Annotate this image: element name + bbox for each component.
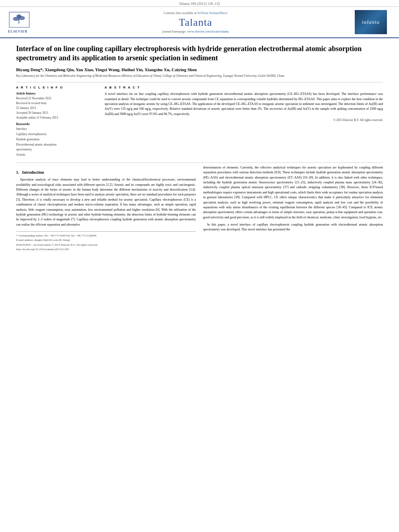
article-dates: Received 23 November 2012 Received in re…: [16, 96, 97, 120]
svg-point-4: [16, 14, 21, 18]
footnote-email: E-mail address: dengby16@163.com (B. Den…: [16, 238, 196, 242]
intro-paragraph-1: Speciation analysis of trace elements ma…: [16, 177, 196, 227]
received-date: Received 23 November 2012: [16, 96, 97, 101]
sciverse-line: Contents lists available at SciVerse Sci…: [36, 11, 355, 15]
journal-header: ELSEVIER Contents lists available at Sci…: [0, 7, 399, 38]
abstract-text: A novel interface for on line coupling c…: [105, 92, 383, 117]
footnotes: * Corresponding author. Tel.: +86 773 58…: [16, 231, 196, 252]
article-title: Interface of on line coupling capillary …: [16, 44, 383, 63]
keyword-4: Electrothermal atomic absorption: [16, 142, 97, 148]
keyword-1: Interface: [16, 127, 97, 132]
journal-header-center: Contents lists available at SciVerse Sci…: [36, 11, 355, 33]
available-date: Available online 21 February 2013: [16, 115, 97, 120]
footnote-corresponding: * Corresponding author. Tel.: +86 773 58…: [16, 234, 196, 238]
sciverse-link[interactable]: SciVerse ScienceDirect: [197, 11, 228, 15]
keywords-list: Interface Capillary electrophoresis Hydr…: [16, 127, 97, 158]
keyword-5: Arsenic: [16, 152, 97, 158]
article-content: Interface of on line coupling capillary …: [0, 38, 399, 256]
keyword-2: Capillary electrophoresis: [16, 132, 97, 137]
left-column: 1. Introduction Speciation analysis of t…: [16, 165, 196, 252]
elsevier-logo-area: ELSEVIER: [8, 11, 36, 33]
abstract-section: A B S T R A C T A novel interface for on…: [105, 86, 383, 158]
info-abstract-section: A R T I C L E I N F O Article history: R…: [16, 86, 383, 158]
keyword-4b: spectrometry: [16, 147, 97, 152]
revised-date: 25 January 2013: [16, 106, 97, 111]
homepage-label: journal homepage:: [162, 30, 186, 33]
talanta-logo: talanta: [355, 10, 387, 34]
abstract-label: A B S T R A C T: [105, 86, 383, 89]
right-paragraph-2: In this paper, a novel interface of capi…: [203, 222, 383, 232]
elsevier-wordmark: ELSEVIER: [8, 30, 27, 33]
divider-2: [16, 162, 383, 163]
contents-available-text: Contents lists available at: [164, 11, 197, 15]
keyword-3: Hydride generation: [16, 137, 97, 142]
affiliation: Key Laboratory for the Chemistry and Mol…: [16, 74, 383, 78]
footnote-doi: http://dx.doi.org/10.1016/j.talanta.2013…: [16, 247, 196, 252]
article-info: A R T I C L E I N F O Article history: R…: [16, 86, 97, 158]
footnote-issn: 0039-9140/$ – see front matter © 2013 El…: [16, 243, 196, 247]
homepage-url[interactable]: www.elsevier.com/locate/talanta: [187, 30, 229, 33]
journal-title: Talanta: [36, 16, 355, 29]
authors: Biyang Deng*, Xiangdong Qin, Yan Xiao, Y…: [16, 67, 383, 72]
article-info-label: A R T I C L E I N F O: [16, 86, 97, 89]
introduction-title: 1. Introduction: [16, 169, 196, 176]
keywords-label: Keywords:: [16, 122, 97, 126]
right-column: determination of elements. Currently, th…: [203, 165, 383, 252]
journal-citation-bar: Talanta 109 (2013) 128–132: [0, 0, 399, 7]
divider-1: [16, 82, 383, 82]
journal-header-right: talanta: [355, 10, 391, 34]
elsevier-logo-box: [8, 11, 36, 29]
copyright-text: © 2013 Elsevier B.V. All rights reserved…: [105, 118, 383, 122]
right-paragraph-1: determination of elements. Currently, th…: [203, 165, 383, 220]
citation-text: Talanta 109 (2013) 128–132: [179, 2, 220, 6]
history-label: Article history:: [16, 92, 97, 95]
received-revised-label: Received in revised form: [16, 101, 97, 106]
journal-homepage: journal homepage: www.elsevier.com/locat…: [36, 30, 355, 33]
main-body: 1. Introduction Speciation analysis of t…: [16, 165, 383, 252]
elsevier-logo-svg: [8, 11, 36, 29]
accepted-date: Accepted 30 January 2013: [16, 111, 97, 115]
